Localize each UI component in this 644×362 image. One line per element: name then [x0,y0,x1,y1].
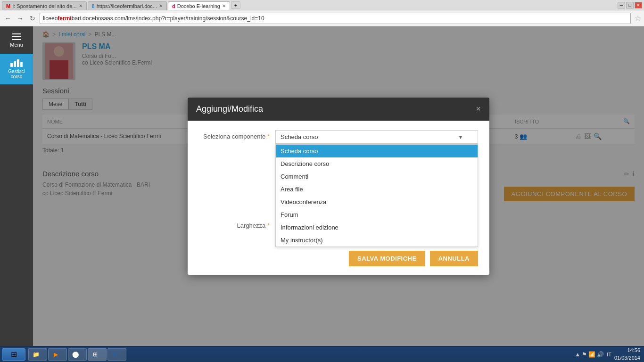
word-icon: W [112,351,118,358]
browser-frame: M I: Spostamento del sito de... ✕ 8 http… [0,0,644,362]
cancel-button[interactable]: ANNULLA [430,251,478,266]
modal-header: Aggiungi/Modifica × [188,98,489,121]
media-icon: ▶ [52,351,59,358]
minimize-btn[interactable]: ─ [618,2,625,8]
modal-overlay: Aggiungi/Modifica × Seleziona componente… [33,26,644,346]
menu-label: Menu [10,42,23,48]
taskbar: ⊞ 📁 ▶ ⬤ ⊞ W ▲ ⚑ 📶 🔊 [0,346,644,362]
dropdown-item-informazioni-edizione[interactable]: Informazioni edizione [276,221,478,234]
windows-logo-icon: ⊞ [11,350,17,359]
sidebar: Menu Gestisci corso [0,26,33,346]
taskbar-items: 📁 ▶ ⬤ ⊞ W [28,348,574,361]
grid-icon: ⊞ [92,351,99,358]
arrow-up-icon: ▲ [575,351,580,358]
taskbar-system-icons: ▲ ⚑ 📶 🔊 [575,351,604,358]
language-indicator: IT [607,352,611,357]
select-display[interactable]: Scheda corso ▼ [275,130,478,144]
modal-body: Seleziona componente * Scheda corso ▼ [188,121,489,246]
taskbar-item-media[interactable]: ▶ [48,348,67,361]
volume-icon: 🔊 [597,351,604,358]
taskbar-clock: 14:56 01/03/2014 [614,347,640,362]
chart-icon [10,59,23,67]
address-bar[interactable]: liceeofermibari.docebosaas.com/lms/index… [40,13,631,24]
reload-btn[interactable]: ↻ [27,13,38,24]
taskbar-item-word[interactable]: W [107,348,126,361]
browser-content: Menu Gestisci corso 🏠 > I miei corsi [0,26,644,346]
new-tab-btn[interactable]: + [231,1,240,9]
sidebar-item-gestisci-corso[interactable]: Gestisci corso [0,54,33,84]
dropdown-item-my-instructors[interactable]: My instructor(s) [276,234,478,247]
address-prefix: liceeo [43,15,58,22]
taskbar-item-explorer[interactable]: 📁 [28,348,47,361]
taskbar-right: ▲ ⚑ 📶 🔊 IT 14:56 01/03/2014 [575,347,642,362]
hamburger-icon [12,33,21,34]
network-icon: 📶 [588,351,595,358]
dropdown-item-videoconferenza[interactable]: Videoconferenza [276,196,478,208]
modal-title: Aggiungi/Modifica [196,104,263,114]
hamburger-icon [12,39,21,40]
window-controls: ─ □ ✕ [618,2,642,8]
flag-icon: ⚑ [582,351,587,358]
taskbar-item-chrome[interactable]: ⬤ [68,348,87,361]
title-bar: M I: Spostamento del sito de... ✕ 8 http… [0,0,644,10]
address-suffix: bari.docebosaas.com/lms/index.php?r=play… [72,15,264,22]
select-wrapper: Scheda corso ▼ Scheda corso Descrizione … [275,130,478,144]
chrome-icon: ⬤ [72,351,79,358]
sidebar-menu-btn[interactable]: Menu [5,31,28,50]
forward-btn[interactable]: → [15,13,25,24]
tab-2-close[interactable]: ✕ [159,3,163,8]
save-button[interactable]: SALVA MODIFICHE [349,251,425,266]
modal-dialog: Aggiungi/Modifica × Seleziona componente… [188,98,489,275]
maximize-btn[interactable]: □ [626,2,634,8]
hamburger-icon [12,36,21,37]
time-display: 14:56 [614,347,640,354]
select-current-value: Scheda corso [281,133,318,140]
larghezza-label: Larghezza * [199,219,270,229]
browser-tabs: M I: Spostamento del sito de... ✕ 8 http… [2,0,616,10]
select-componente-label: Seleziona componente * [199,130,270,140]
bookmark-btn[interactable]: ☆ [635,14,641,23]
close-btn[interactable]: ✕ [635,2,642,8]
tab-1-label: I: Spostamento del sito de... [12,3,76,9]
select-componente-control: Scheda corso ▼ Scheda corso Descrizione … [275,130,478,144]
address-highlight: fermi [58,15,71,22]
required-marker: * [267,133,270,140]
dropdown-item-area-file[interactable]: Area file [276,183,478,196]
dropdown-item-commenti[interactable]: Commenti [276,170,478,183]
dropdown-list: Scheda corso Descrizione corso Commenti … [275,144,478,247]
start-button[interactable]: ⊞ [2,348,25,361]
dropdown-item-forum[interactable]: Forum [276,208,478,221]
tab-3-close[interactable]: ✕ [222,3,226,8]
tab-3-label: Docebo E-learning [177,3,220,9]
back-btn[interactable]: ← [3,13,13,24]
dropdown-item-descrizione-corso[interactable]: Descrizione corso [276,157,478,170]
chevron-down-icon: ▼ [458,134,463,140]
folder-icon: 📁 [33,351,39,358]
tab-2-label: https://liceofermibari.doc... [97,3,157,9]
modal-close-btn[interactable]: × [476,104,481,114]
nav-bar: ← → ↻ liceeofermibari.docebosaas.com/lms… [0,10,644,26]
tab-3[interactable]: d Docebo E-learning ✕ [168,1,230,10]
tab-2[interactable]: 8 https://liceofermibari.doc... ✕ [88,1,167,10]
dropdown-item-scheda-corso[interactable]: Scheda corso [276,145,478,157]
modal-footer: SALVA MODIFICHE ANNULLA [188,246,489,275]
taskbar-item-grid[interactable]: ⊞ [88,348,107,361]
tab-1-close[interactable]: ✕ [79,3,83,8]
date-display: 01/03/2014 [614,354,640,362]
sidebar-item-label: Gestisci corso [0,69,33,79]
main-content: 🏠 > I miei corsi > PLS M... PL [33,26,644,346]
required-marker-2: * [267,222,270,229]
form-row-componente: Seleziona componente * Scheda corso ▼ [199,130,478,144]
tab-1[interactable]: M I: Spostamento del sito de... ✕ [2,1,87,10]
